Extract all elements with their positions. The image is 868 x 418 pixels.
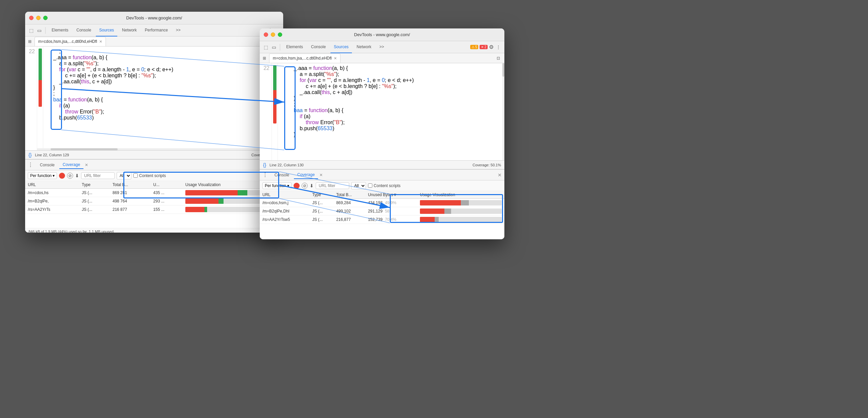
sidebar-toggle-1[interactable]: ⊞ — [27, 38, 33, 45]
cov-bar-red-1 — [38, 80, 42, 107]
tab-sources-1[interactable]: Sources — [96, 25, 117, 36]
warn-icon: ⚠ — [471, 45, 474, 49]
minimize-button-1[interactable] — [36, 16, 40, 20]
download-btn-2[interactable]: ⬇ — [310, 183, 314, 188]
per-function-chevron-2: ▾ — [287, 183, 289, 188]
record-btn-2[interactable] — [293, 183, 300, 189]
line-col-2: Line 22, Column 130 — [270, 163, 304, 167]
table-row[interactable]: /m=B2qlPe,Dhl JS (... 499,102 291,129 58 — [260, 207, 504, 215]
horizontal-scrollbar-1[interactable] — [37, 148, 283, 150]
panel-dot-menu-2[interactable]: ⋮ — [262, 172, 268, 178]
content-scripts-check-1[interactable] — [133, 173, 138, 178]
table-row[interactable]: /rs=AA2YrTsw5 JS (... 216,877 152,739 70… — [260, 215, 504, 224]
download-btn-1[interactable]: ⬇ — [75, 173, 79, 178]
url-filter-input-2[interactable] — [316, 182, 349, 189]
table-row[interactable]: /m=cdos,hs JS (... 869 281 435 ... — [25, 189, 283, 197]
row2-viz-2 — [417, 207, 504, 215]
clear-btn-1[interactable]: ⊘ — [67, 173, 73, 179]
usage-bar-2-2 — [420, 209, 502, 214]
coverage-toolbar-1: Per function ▾ ⊘ ⬇ All Content scripts — [25, 170, 283, 181]
file-tab-1[interactable]: m=cdos,hsm,jsa,...c,dtl0hd,eHDfl ✕ — [34, 37, 106, 46]
row1-unused-1: 435 ... — [151, 189, 183, 197]
maximize-button-1[interactable] — [43, 16, 48, 20]
panel-dot-menu-1[interactable]: ⋮ — [28, 162, 33, 168]
content-scripts-check-2[interactable] — [368, 183, 372, 188]
tab-more-1[interactable]: >> — [173, 25, 184, 36]
scrollbar-thumb-v-2[interactable] — [502, 63, 504, 77]
row1-viz-2 — [417, 199, 504, 207]
device-icon[interactable]: ▭ — [36, 27, 42, 34]
vertical-scrollbar-2[interactable] — [502, 63, 504, 160]
panel-tab-coverage-close-1[interactable]: ✕ — [85, 163, 88, 167]
devtools-toolbar-1: ⬚ ▭ Elements Console Sources Network Per… — [25, 25, 283, 36]
panel-tab-coverage-1[interactable]: Coverage — [59, 161, 84, 169]
all-select-2[interactable]: All — [351, 182, 366, 189]
row1-type-1: JS (... — [79, 189, 110, 197]
tab-sources-2[interactable]: Sources — [331, 41, 352, 53]
file-tab-name-1: m=cdos,hsm,jsa,...c,dtl0hd,eHDfl — [38, 39, 97, 44]
per-function-label-2: Per function — [265, 183, 286, 188]
tab-console-1[interactable]: Console — [73, 25, 94, 36]
file-tab-2[interactable]: m=cdos,hsm,jsa,...c,dtl0hd,eHDfl ✕ — [269, 54, 341, 63]
per-function-btn-2[interactable]: Per function ▾ — [262, 182, 291, 189]
per-function-btn-1[interactable]: Per function ▾ — [28, 172, 57, 179]
col-url-1: URL — [25, 181, 79, 189]
panel-footer-1: 846 kB of 1.9 MB (44%) used so far, 1.1 … — [25, 228, 283, 233]
titlebar-1: DevTools - www.google.com/ — [25, 12, 283, 25]
window-title-1: DevTools - www.google.com/ — [126, 15, 182, 21]
file-tab-name-2: m=cdos,hsm,jsa,...c,dtl0hd,eHDfl — [273, 56, 332, 61]
row1-type-2: JS (... — [310, 199, 334, 207]
row3-type-1: JS (... — [79, 206, 110, 214]
file-tab-close-1[interactable]: ✕ — [99, 39, 102, 44]
row3-unused-bytes-2: 152,739 70.4% — [365, 215, 417, 224]
tab-more-2[interactable]: >> — [376, 41, 388, 53]
tab-performance-1[interactable]: Performance — [142, 25, 171, 36]
sidebar-toggle-right-2[interactable]: ⊡ — [495, 55, 502, 62]
panel-tab-console-1[interactable]: Console — [36, 161, 58, 169]
more-icon-2[interactable]: ⋮ — [495, 44, 502, 50]
tab-network-2[interactable]: Network — [353, 41, 375, 53]
all-select-1[interactable]: All — [117, 172, 131, 179]
col-total-1: Total B... — [110, 181, 151, 189]
panel-tab-coverage-close-2[interactable]: ✕ — [319, 173, 323, 177]
status-bar-1: {} Line 22, Column 129 Coverage: 49.9% — [25, 150, 283, 159]
gear-icon-2[interactable]: ⚙ — [489, 44, 494, 50]
coverage-table-container-1[interactable]: URL Type Total B... U... Usage Visualiza… — [25, 181, 283, 228]
table-row[interactable]: /m=cdos,hsm,j JS (... 869,284 434,192 49… — [260, 199, 504, 207]
bar-used-2-2 — [420, 209, 444, 214]
row3-type-2: JS (... — [310, 215, 334, 224]
panel-tab-coverage-2[interactable]: Coverage — [294, 171, 318, 179]
row2-url-1: /m=B2qlPe, — [25, 197, 79, 206]
toolbar-sep-2 — [280, 44, 280, 50]
url-filter-input-1[interactable] — [81, 172, 115, 179]
tab-elements-1[interactable]: Elements — [48, 25, 72, 36]
titlebar-2: DevTools - www.google.com/ — [260, 29, 504, 41]
window-controls-1 — [29, 16, 48, 20]
tab-network-1[interactable]: Network — [119, 25, 140, 36]
clear-btn-2[interactable]: ⊘ — [302, 183, 308, 189]
cursor-icon-2[interactable]: ⬚ — [262, 44, 269, 50]
tab-elements-2[interactable]: Elements — [283, 41, 306, 53]
scrollbar-thumb-h-1[interactable] — [51, 148, 118, 150]
coverage-pct-2: Coverage: 50.1% — [472, 163, 501, 167]
panel-close-2[interactable]: ✕ — [498, 172, 502, 178]
panel-tab-console-2[interactable]: Console — [271, 171, 292, 179]
file-tab-close-2[interactable]: ✕ — [334, 56, 337, 61]
cursor-icon[interactable]: ⬚ — [28, 27, 34, 34]
close-button-1[interactable] — [29, 16, 33, 20]
close-button-2[interactable] — [264, 32, 268, 37]
per-function-label-1: Per function — [30, 173, 52, 178]
tab-console-2[interactable]: Console — [308, 41, 329, 53]
bar-used-2 — [185, 199, 218, 204]
sidebar-toggle-2[interactable]: ⊞ — [261, 55, 268, 62]
bar-unused-2-1 — [461, 200, 469, 206]
table-row[interactable]: /rs=AA2YrTs JS (... 216 877 155 ... — [25, 206, 283, 214]
record-btn-1[interactable] — [59, 173, 65, 179]
devtools-window-2: DevTools - www.google.com/ ⬚ ▭ Elements … — [260, 29, 504, 239]
minimize-button-2[interactable] — [271, 32, 275, 37]
coverage-table-container-2[interactable]: URL Type Total B... Unused Bytes▼ Usage … — [260, 191, 504, 239]
device-icon-2[interactable]: ▭ — [271, 44, 277, 50]
table-row[interactable]: /m=B2qlPe, JS (... 498 764 293 ... — [25, 197, 283, 206]
maximize-button-2[interactable] — [278, 32, 282, 37]
coverage-table-1: URL Type Total B... U... Usage Visualiza… — [25, 181, 283, 214]
